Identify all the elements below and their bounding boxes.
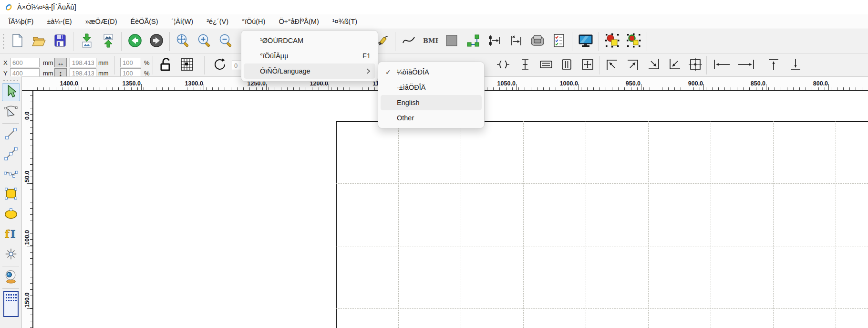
array-grid-button[interactable] [177, 56, 196, 74]
zoom-in-icon [197, 33, 212, 50]
tool-node-edit[interactable] [2, 103, 20, 121]
tool-ellipse[interactable] [2, 206, 20, 224]
menu-tools[interactable]: ¹¤¾ß(T) [326, 14, 364, 29]
align-top-edge-button[interactable] [764, 56, 783, 74]
menu-draw[interactable]: »æÖÆ(D) [79, 14, 124, 29]
tool-point[interactable] [2, 246, 20, 264]
step-move-button[interactable] [505, 31, 527, 53]
anchor-bottom-right-button[interactable] [645, 56, 663, 74]
toolbar-separator [811, 56, 811, 74]
curve-tool-button[interactable] [398, 31, 419, 53]
rotate-button[interactable] [211, 56, 230, 74]
import-button[interactable] [76, 31, 97, 53]
h-center-button[interactable] [494, 56, 512, 74]
anchor-center-button[interactable] [686, 56, 704, 74]
tool-line[interactable] [2, 126, 20, 144]
machine-output-button[interactable] [527, 31, 548, 53]
align-right-edge-button[interactable] [735, 56, 757, 74]
scale-x-input[interactable] [120, 58, 141, 67]
x-label: X [3, 59, 8, 66]
anchor-top-right-button[interactable] [624, 56, 642, 74]
h-space-button[interactable] [537, 56, 555, 74]
lock-ratio-button[interactable] [156, 56, 176, 74]
v-center-button[interactable] [516, 56, 534, 74]
offset-icon [487, 33, 502, 50]
menu-item-language[interactable]: ÓïÑÔ/Language [244, 63, 375, 79]
menu-item-help-doc[interactable]: °ïÖúÎÄµµ F1 [244, 48, 375, 63]
color-select-a-icon [605, 33, 620, 50]
align-bottom-edge-button[interactable] [786, 56, 805, 74]
check-icon: ✓ [385, 68, 397, 76]
palette-grip[interactable] [0, 76, 21, 81]
ellipse-icon [4, 207, 18, 223]
bmp-tool-button[interactable]: BMP [419, 31, 441, 53]
menu-item-simplified-chinese[interactable]: ✓ ¼òìåÖÐÎÄ [381, 64, 482, 80]
tool-text[interactable]: fI [2, 226, 20, 244]
menu-file[interactable]: ÎÄ¼þ(F) [2, 14, 40, 29]
x-position-input[interactable] [10, 58, 40, 67]
tool-curve[interactable] [2, 166, 20, 184]
svg-text:f: f [4, 228, 10, 240]
export-button[interactable] [97, 31, 119, 53]
anchor-top-right-icon [626, 57, 640, 74]
scale-x-unit-label: % [144, 59, 150, 66]
menu-item-traditional-chinese[interactable]: ·±ìåÖÐÎÄ [381, 80, 482, 95]
back-button[interactable] [124, 31, 145, 53]
menu-handle[interactable]: ´¦Àí(W) [165, 14, 200, 29]
svg-text:BMP: BMP [423, 37, 438, 44]
new-file-button[interactable] [6, 31, 28, 53]
toolbar-separator [706, 56, 707, 74]
menu-edit[interactable]: ±à¼-(E) [40, 14, 78, 29]
title-bar: À×Óî¼¤¹â-[Î´ÃüÃû] [0, 0, 868, 14]
align-top-edge-icon [765, 57, 782, 74]
fill-rect-button[interactable] [441, 31, 462, 53]
save-file-button[interactable] [49, 31, 71, 53]
toolbar-grip[interactable] [3, 34, 4, 49]
menu-shortcut: F1 [362, 52, 371, 60]
rotate-icon [213, 57, 228, 74]
color-select-b-button[interactable] [623, 31, 644, 53]
toolbar-separator [114, 56, 115, 74]
menu-help[interactable]: °ïÖú(H) [235, 14, 272, 29]
select-arrow-icon [4, 84, 18, 100]
offset-tool-button[interactable] [484, 31, 505, 53]
v-space-button[interactable] [558, 56, 576, 74]
tool-camera[interactable] [2, 268, 20, 286]
zoom-extents-button[interactable] [172, 31, 194, 53]
menu-item-english[interactable]: English [381, 95, 482, 110]
menu-item-label: ¼òìåÖÐÎÄ [397, 68, 429, 76]
menu-view[interactable]: ²é¿´(V) [200, 14, 235, 29]
preview-monitor-button[interactable] [575, 31, 596, 53]
vertical-ruler[interactable]: 0.0 50.0 100.0 150.0 [22, 91, 33, 328]
h-resize-toggle[interactable]: ↔ [54, 58, 67, 67]
color-select-b-icon [626, 33, 641, 50]
toolbar-separator [599, 56, 599, 74]
cut-list-button[interactable] [548, 31, 569, 53]
menu-item-other[interactable]: Other [381, 110, 482, 126]
tool-select[interactable] [2, 83, 20, 101]
unlock-icon [158, 57, 174, 74]
zoom-in-button[interactable] [194, 31, 215, 53]
tool-keyboard[interactable] [2, 291, 20, 319]
ruler-label: 850.0 [751, 80, 765, 87]
palette-separator [2, 288, 19, 289]
center-box-button[interactable] [579, 56, 597, 74]
x-unit-label: mm [43, 59, 53, 66]
width-unit-label: mm [98, 59, 109, 66]
anchor-bottom-left-button[interactable] [666, 56, 684, 74]
h-center-icon [496, 57, 510, 74]
menu-config[interactable]: ÉèÖÃ(S) [124, 14, 165, 29]
open-file-button[interactable] [28, 31, 49, 53]
width-input[interactable] [70, 58, 96, 67]
tool-rectangle[interactable] [2, 186, 20, 204]
tool-polyline[interactable] [2, 146, 20, 164]
forward-button[interactable] [145, 31, 167, 53]
menu-mainboard[interactable]: Ö÷°åÐÍºÅ(M) [272, 14, 325, 29]
y-unit-label: mm [43, 70, 53, 77]
anchor-top-left-button[interactable] [603, 56, 621, 74]
align-left-edge-button[interactable] [711, 56, 733, 74]
menu-item-about-rdcam[interactable]: ¹ØÓÚRDCAM [244, 33, 375, 48]
color-select-a-button[interactable] [601, 31, 623, 53]
zoom-out-button[interactable] [215, 31, 237, 53]
node-graph-button[interactable] [462, 31, 484, 53]
